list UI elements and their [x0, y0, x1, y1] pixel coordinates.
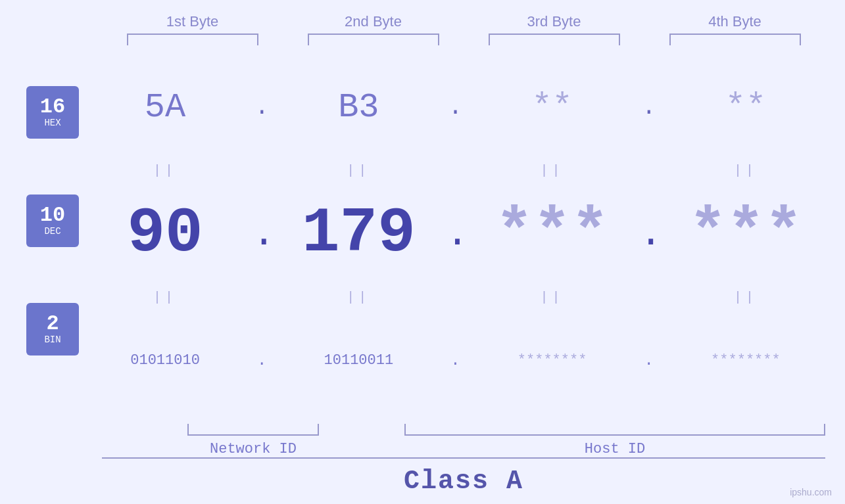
dec-cell-b3: *** — [480, 202, 625, 265]
network-id-section: Network ID — [102, 424, 404, 457]
bin-row: 01011010 . 10110011 . ******** . *******… — [79, 305, 845, 416]
byte4-header: 4th Byte — [663, 13, 808, 30]
bin-dot1: . — [252, 352, 272, 369]
hex-b4-value: ** — [725, 88, 766, 127]
bracket-byte2 — [308, 34, 439, 45]
bin-number: 2 — [46, 313, 59, 334]
dec-dot2: . — [445, 214, 465, 254]
bin-cell-b3: ******** — [480, 352, 625, 369]
sep-b1: || — [93, 163, 237, 178]
dec-b3-value: *** — [495, 198, 609, 269]
dec-row: 90 . 179 . *** . *** — [79, 178, 845, 289]
dec-dot3: . — [639, 214, 659, 254]
host-id-section: Host ID — [404, 424, 825, 457]
content-area: 16 HEX 10 DEC 2 BIN 5A . B3 — [0, 45, 845, 423]
hex-number: 16 — [40, 97, 65, 118]
bracket-byte4 — [669, 34, 801, 45]
hex-name: HEX — [44, 118, 60, 128]
hex-b3-value: ** — [531, 88, 572, 127]
sep2-b1: || — [93, 290, 237, 305]
sep-b3: || — [480, 163, 625, 178]
hex-cell-b4: ** — [673, 88, 818, 127]
dec-b2-value: 179 — [302, 198, 416, 269]
bin-cell-b4: ******** — [673, 352, 818, 369]
bin-dot3: . — [639, 352, 659, 369]
class-row: Class A — [102, 457, 825, 504]
dec-b1-value: 90 — [127, 198, 203, 269]
bin-name: BIN — [44, 334, 60, 345]
hex-dot2: . — [445, 94, 465, 121]
bin-dot2: . — [445, 352, 465, 369]
class-label: Class A — [404, 467, 523, 496]
bin-cell-b1: 01011010 — [93, 352, 237, 369]
bracket-byte1 — [127, 34, 258, 45]
hex-cell-b1: 5A — [93, 88, 237, 127]
sep-row-2: || || || || — [79, 290, 845, 305]
dec-name: DEC — [44, 226, 60, 237]
hex-dot3: . — [639, 94, 659, 121]
sep2-b4: || — [673, 290, 818, 305]
bin-b3-value: ******** — [518, 352, 587, 369]
byte1-header: 1st Byte — [120, 13, 265, 30]
hex-badge: 16 HEX — [26, 86, 79, 139]
bin-cell-b2: 10110011 — [286, 352, 431, 369]
hex-b2-value: B3 — [338, 88, 379, 127]
byte-headers: 1st Byte 2nd Byte 3rd Byte 4th Byte — [0, 13, 845, 30]
hex-row: 5A . B3 . ** . ** — [79, 52, 845, 163]
top-brackets — [0, 34, 845, 45]
hex-b1-value: 5A — [145, 88, 185, 127]
main-container: 1st Byte 2nd Byte 3rd Byte 4th Byte 16 H… — [0, 0, 845, 504]
bin-b2-value: 10110011 — [324, 352, 394, 369]
dec-cell-b4: *** — [673, 202, 818, 265]
bottom-bracket-section: Network ID Host ID — [0, 424, 845, 457]
bracket-byte3 — [489, 34, 620, 45]
dec-cell-b1: 90 — [93, 202, 237, 265]
host-bracket — [404, 424, 825, 436]
dec-dot1: . — [252, 214, 272, 254]
dec-badge: 10 DEC — [26, 195, 79, 247]
watermark: ipshu.com — [790, 487, 832, 497]
byte2-header: 2nd Byte — [301, 13, 446, 30]
dec-number: 10 — [40, 205, 65, 226]
sep-row-1: || || || || — [79, 163, 845, 178]
network-id-label: Network ID — [210, 441, 297, 457]
ip-grid: 5A . B3 . ** . ** || || — [79, 45, 845, 423]
bin-b4-value: ******** — [711, 352, 781, 369]
dec-cell-b2: 179 — [286, 202, 431, 265]
hex-cell-b3: ** — [480, 88, 625, 127]
hex-cell-b2: B3 — [286, 88, 431, 127]
network-bracket — [187, 424, 319, 436]
hex-dot1: . — [252, 94, 272, 121]
host-id-label: Host ID — [585, 441, 645, 457]
bin-badge: 2 BIN — [26, 303, 79, 355]
sep-b2: || — [286, 163, 431, 178]
dec-b4-value: *** — [688, 198, 802, 269]
sep2-b2: || — [286, 290, 431, 305]
bin-b1-value: 01011010 — [130, 352, 200, 369]
sep2-b3: || — [480, 290, 625, 305]
sep-b4: || — [673, 163, 818, 178]
base-labels: 16 HEX 10 DEC 2 BIN — [0, 45, 79, 423]
byte3-header: 3rd Byte — [482, 13, 627, 30]
